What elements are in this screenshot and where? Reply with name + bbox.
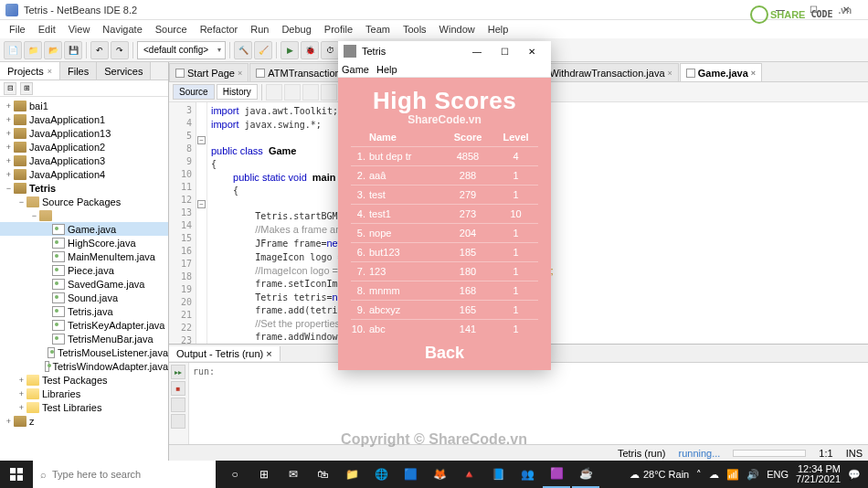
tetris-menu-help[interactable]: Help [376, 64, 397, 75]
ed-btn[interactable] [321, 84, 337, 101]
ed-btn[interactable] [302, 84, 319, 101]
weather-widget[interactable]: ☁ 28°C Rain [630, 469, 689, 481]
system-clock[interactable]: 12:34 PM 7/21/2021 [796, 464, 841, 484]
tetris-min-button[interactable]: — [463, 47, 491, 57]
tetris-titlebar[interactable]: Tetris — ☐ ✕ [338, 41, 551, 61]
save-all-button[interactable]: 💾 [64, 41, 82, 59]
mail-icon[interactable]: ✉ [280, 461, 307, 488]
language-indicator[interactable]: ENG [767, 469, 789, 480]
menu-tools[interactable]: Tools [397, 22, 432, 37]
editor-tab[interactable]: WithdrawTransaction.java× [531, 63, 678, 81]
menu-source[interactable]: Source [150, 22, 193, 37]
tree-node[interactable]: Tetris.java [0, 304, 168, 318]
start-button[interactable] [0, 461, 33, 488]
back-button[interactable]: Back [351, 344, 538, 363]
nav-back-button[interactable] [266, 84, 282, 101]
tree-node[interactable]: SavedGame.java [0, 277, 168, 291]
project-tree[interactable]: +bai1+JavaApplication1+JavaApplication13… [0, 97, 168, 461]
tree-node[interactable]: TetrisWindowAdapter.java [0, 359, 168, 373]
java-task-icon[interactable]: ☕ [572, 461, 599, 488]
nav-fwd-button[interactable] [284, 84, 301, 101]
tetris-close-button[interactable]: ✕ [518, 47, 545, 57]
vlc-icon[interactable]: 🔺 [455, 461, 482, 488]
editor-tab[interactable]: Start Page× [169, 63, 249, 81]
tree-node[interactable]: +JavaApplication3 [0, 154, 168, 167]
collapse-button[interactable]: ⊟ [4, 82, 16, 95]
menu-file[interactable]: File [4, 22, 31, 37]
tree-node[interactable]: TetrisMouseListener.java [0, 345, 168, 359]
expand-button[interactable]: ⊞ [20, 82, 33, 95]
tetris-menu-game[interactable]: Game [342, 64, 369, 75]
tree-node[interactable]: +JavaApplication13 [0, 126, 168, 140]
fold-marker[interactable]: − [197, 200, 206, 208]
open-button[interactable]: 📂 [44, 41, 62, 59]
tree-node[interactable]: +JavaApplication4 [0, 167, 168, 181]
notifications-icon[interactable]: 💬 [848, 469, 861, 481]
network-icon[interactable]: 📶 [726, 469, 739, 481]
config-dropdown[interactable]: <default config> [137, 41, 226, 59]
tree-node[interactable]: Sound.java [0, 291, 168, 304]
editor-tab[interactable]: Game.java× [680, 63, 762, 81]
menu-view[interactable]: View [63, 22, 96, 37]
tree-node[interactable]: +Libraries [0, 387, 168, 400]
menu-team[interactable]: Team [360, 22, 396, 37]
build-button[interactable]: 🔨 [234, 41, 252, 59]
tree-node[interactable]: −Tetris [0, 181, 168, 195]
out-btn[interactable] [171, 398, 185, 412]
redo-button[interactable]: ↷ [111, 41, 129, 59]
output-tab[interactable]: Output - Tetris (run)× [169, 346, 281, 361]
clean-build-button[interactable]: 🧹 [254, 41, 272, 59]
menu-edit[interactable]: Edit [33, 22, 61, 37]
tree-node[interactable]: +JavaApplication1 [0, 112, 168, 126]
source-tab[interactable]: Source [173, 84, 215, 100]
profile-button[interactable]: ⏱ [321, 41, 339, 59]
undo-button[interactable]: ↶ [90, 41, 109, 59]
menu-profile[interactable]: Profile [319, 22, 358, 37]
out-btn[interactable] [171, 414, 185, 429]
menu-navigate[interactable]: Navigate [97, 22, 147, 37]
tree-node[interactable]: +bai1 [0, 99, 168, 112]
tab-files[interactable]: Files [60, 62, 97, 80]
tree-node[interactable]: TetrisKeyAdapter.java [0, 318, 168, 332]
history-tab[interactable]: History [217, 84, 258, 100]
tree-node[interactable]: − [0, 208, 168, 222]
tree-node[interactable]: HighScore.java [0, 236, 168, 249]
tree-node[interactable]: MainMenuItem.java [0, 249, 168, 263]
menu-refactor[interactable]: Refactor [195, 22, 244, 37]
chrome-icon[interactable]: 🌐 [367, 461, 395, 488]
tray-chevron-icon[interactable]: ˄ [696, 469, 702, 481]
task-view-icon[interactable]: ⊞ [250, 461, 278, 488]
rerun-button[interactable]: ▸▸ [171, 365, 185, 379]
tree-node[interactable]: +Test Libraries [0, 400, 168, 414]
menu-run[interactable]: Run [245, 22, 274, 37]
cortana-icon[interactable]: ○ [221, 461, 249, 488]
run-button[interactable]: ▶ [281, 41, 299, 59]
tree-node[interactable]: +z [0, 414, 168, 428]
onedrive-icon[interactable]: ☁ [709, 469, 719, 481]
tetris-window[interactable]: Tetris — ☐ ✕ GameHelp High Scores ShareC… [338, 41, 551, 370]
tree-node[interactable]: Game.java [0, 222, 168, 236]
fold-gutter[interactable]: − − [196, 102, 207, 344]
debug-button[interactable]: 🐞 [301, 41, 319, 59]
new-file-button[interactable]: 📄 [4, 41, 22, 59]
tree-node[interactable]: TetrisMenuBar.java [0, 332, 168, 345]
new-project-button[interactable]: 📁 [24, 41, 42, 59]
word-icon[interactable]: 📘 [484, 461, 512, 488]
menu-debug[interactable]: Debug [276, 22, 316, 37]
tab-projects[interactable]: Projects× [0, 62, 60, 80]
fold-marker[interactable]: − [197, 136, 206, 144]
tetris-max-button[interactable]: ☐ [491, 47, 518, 57]
menu-window[interactable]: Window [434, 22, 481, 37]
volume-icon[interactable]: 🔊 [746, 469, 759, 481]
menu-help[interactable]: Help [482, 22, 514, 37]
explorer-icon[interactable]: 📁 [338, 461, 365, 488]
vscode-icon[interactable]: 🟦 [397, 461, 424, 488]
tab-services[interactable]: Services [97, 62, 151, 80]
firefox-icon[interactable]: 🦊 [426, 461, 453, 488]
tree-node[interactable]: Piece.java [0, 263, 168, 277]
tree-node[interactable]: −Source Packages [0, 195, 168, 208]
tree-node[interactable]: +Test Packages [0, 373, 168, 387]
taskbar-search[interactable]: ⌕ Type here to search [33, 461, 216, 488]
tree-node[interactable]: +JavaApplication2 [0, 140, 168, 154]
teams-icon[interactable]: 👥 [513, 461, 541, 488]
